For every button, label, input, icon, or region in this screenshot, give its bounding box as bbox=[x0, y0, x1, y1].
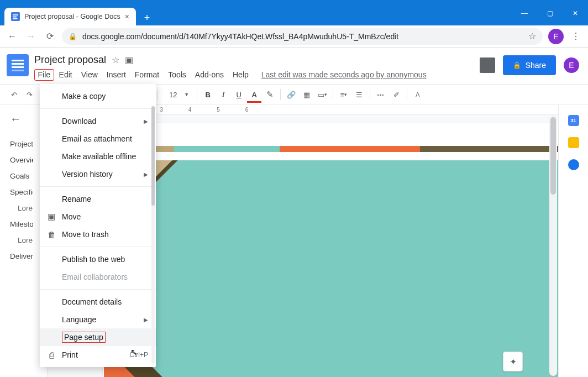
highlight-button[interactable]: ✎ bbox=[264, 88, 276, 101]
outline-panel: ← Project name Overview Goals Specificat… bbox=[0, 105, 38, 377]
undo-icon[interactable]: ↶ bbox=[8, 88, 20, 101]
outline-item[interactable]: Milestones bbox=[10, 220, 33, 228]
explore-button[interactable]: ✦ bbox=[503, 352, 523, 371]
chevron-down-icon: ▾ bbox=[344, 92, 347, 97]
insert-link-icon[interactable]: 🔗 bbox=[285, 88, 297, 101]
menu-move-trash[interactable]: 🗑Move to trash bbox=[40, 226, 156, 243]
menu-separator bbox=[40, 289, 156, 290]
menu-move[interactable]: ▣Move bbox=[40, 208, 156, 226]
tab-close-icon[interactable]: × bbox=[125, 12, 129, 21]
submenu-arrow-icon: ▶ bbox=[144, 171, 148, 177]
nav-forward-icon[interactable]: → bbox=[24, 30, 38, 43]
font-size-select[interactable]: 12▼ bbox=[162, 87, 192, 102]
outline-subitem[interactable]: Lorem ipsum bbox=[10, 236, 33, 244]
menu-separator bbox=[40, 186, 156, 187]
submenu-arrow-icon: ▶ bbox=[144, 317, 148, 323]
insert-image-icon[interactable]: ▭▾ bbox=[316, 88, 328, 101]
file-menu-dropdown: Make a copy Download▶ Email as attachmen… bbox=[40, 84, 156, 367]
share-button[interactable]: 🔒 Share bbox=[503, 55, 556, 75]
underline-button[interactable]: U bbox=[233, 88, 245, 101]
window-minimize[interactable]: — bbox=[512, 4, 537, 22]
calendar-icon[interactable] bbox=[568, 115, 579, 126]
menu-document-details[interactable]: Document details bbox=[40, 293, 156, 311]
outline-item[interactable]: Goals bbox=[10, 172, 33, 180]
menu-publish-web[interactable]: Publish to the web bbox=[40, 250, 156, 268]
vertical-scrollbar[interactable] bbox=[549, 115, 557, 376]
menu-view[interactable]: View bbox=[77, 69, 102, 81]
collapse-toolbar-icon[interactable]: ᐱ bbox=[412, 88, 424, 101]
print-icon: ⎙ bbox=[46, 350, 56, 360]
menu-email-collaborators: Email collaborators bbox=[40, 268, 156, 286]
menu-insert[interactable]: Insert bbox=[103, 69, 130, 81]
menu-download[interactable]: Download▶ bbox=[40, 112, 156, 130]
scroll-thumb[interactable] bbox=[151, 106, 155, 206]
docs-account-avatar[interactable]: E bbox=[564, 57, 579, 73]
outline-collapse-icon[interactable]: ← bbox=[10, 113, 33, 125]
text-color-button[interactable]: A bbox=[248, 88, 260, 101]
align-button[interactable]: ≡▾ bbox=[338, 88, 350, 101]
outline-item[interactable]: Project name bbox=[10, 140, 33, 148]
share-lock-icon: 🔒 bbox=[513, 61, 521, 69]
menu-rename[interactable]: Rename bbox=[40, 190, 156, 208]
menubar: File Edit View Insert Format Tools Add-o… bbox=[34, 67, 474, 82]
scroll-thumb[interactable] bbox=[550, 117, 556, 195]
docs-header: Project proposal ☆ ▣ File Edit View Inse… bbox=[0, 48, 588, 82]
more-tools-button[interactable]: ⋯ bbox=[375, 88, 387, 101]
menu-print[interactable]: ⎙PrintCtrl+P bbox=[40, 346, 156, 364]
menu-page-setup[interactable]: Page setup bbox=[40, 328, 156, 346]
bold-button[interactable]: B bbox=[202, 88, 214, 101]
window-close[interactable]: ✕ bbox=[563, 4, 588, 22]
browser-tab[interactable]: Project proposal - Google Docs × bbox=[4, 8, 136, 25]
menu-file[interactable]: File bbox=[34, 69, 54, 81]
insert-comment-icon[interactable]: ▦ bbox=[301, 88, 313, 101]
nav-back-icon[interactable]: ← bbox=[6, 30, 19, 43]
outline-subitem[interactable]: Lorem ipsum bbox=[10, 204, 33, 212]
keep-icon[interactable] bbox=[568, 137, 579, 148]
submenu-arrow-icon: ▶ bbox=[144, 118, 148, 124]
menu-tools[interactable]: Tools bbox=[164, 69, 190, 81]
tasks-icon[interactable] bbox=[568, 159, 579, 170]
window-titlebar bbox=[0, 0, 588, 4]
menu-scrollbar[interactable] bbox=[151, 106, 155, 364]
star-icon[interactable]: ☆ bbox=[112, 55, 119, 65]
menu-language[interactable]: Language▶ bbox=[40, 311, 156, 328]
chevron-down-icon: ▼ bbox=[184, 92, 189, 97]
menu-separator bbox=[40, 108, 156, 109]
separator bbox=[333, 89, 333, 100]
document-title[interactable]: Project proposal bbox=[34, 54, 106, 66]
chrome-menu-icon[interactable]: ⋮ bbox=[569, 31, 582, 41]
nav-reload-icon[interactable]: ⟳ bbox=[43, 30, 56, 43]
separator bbox=[370, 89, 370, 100]
menu-make-copy[interactable]: Make a copy bbox=[40, 87, 156, 105]
outline-item[interactable]: Specifications bbox=[10, 188, 33, 196]
profile-avatar[interactable]: E bbox=[548, 29, 564, 44]
format-paint-icon[interactable]: ✐ bbox=[390, 88, 402, 101]
share-label: Share bbox=[526, 61, 546, 70]
line-spacing-button[interactable]: ☰ bbox=[353, 88, 365, 101]
menu-email-attachment[interactable]: Email as attachment bbox=[40, 130, 156, 148]
menu-edit[interactable]: Edit bbox=[55, 69, 76, 81]
separator bbox=[197, 89, 197, 100]
menu-format[interactable]: Format bbox=[131, 69, 163, 81]
bookmark-star-icon[interactable]: ☆ bbox=[528, 31, 536, 41]
trash-icon: 🗑 bbox=[46, 230, 56, 239]
menu-addons[interactable]: Add-ons bbox=[191, 69, 228, 81]
redo-icon[interactable]: ↷ bbox=[23, 88, 35, 101]
menu-help[interactable]: Help bbox=[229, 69, 253, 81]
tab-title: Project proposal - Google Docs bbox=[24, 13, 120, 20]
italic-button[interactable]: I bbox=[217, 88, 229, 101]
outline-item[interactable]: Deliverables bbox=[10, 252, 33, 260]
side-panel bbox=[558, 105, 588, 377]
move-folder-icon[interactable]: ▣ bbox=[125, 55, 133, 65]
window-maximize[interactable]: ▢ bbox=[537, 4, 563, 22]
last-edit-link[interactable]: Last edit was made seconds ago by anonym… bbox=[261, 70, 427, 79]
menu-separator bbox=[40, 247, 156, 247]
new-tab-button[interactable]: + bbox=[139, 10, 155, 25]
outline-item[interactable]: Overview bbox=[10, 156, 33, 164]
separator bbox=[407, 89, 407, 100]
menu-make-offline[interactable]: Make available offline bbox=[40, 148, 156, 165]
omnibox[interactable]: 🔒 docs.google.com/document/d/140Mf7Ykyy4… bbox=[62, 28, 543, 45]
docs-logo-icon[interactable] bbox=[7, 54, 29, 76]
menu-version-history[interactable]: Version history▶ bbox=[40, 165, 156, 183]
comments-icon[interactable] bbox=[480, 57, 495, 73]
